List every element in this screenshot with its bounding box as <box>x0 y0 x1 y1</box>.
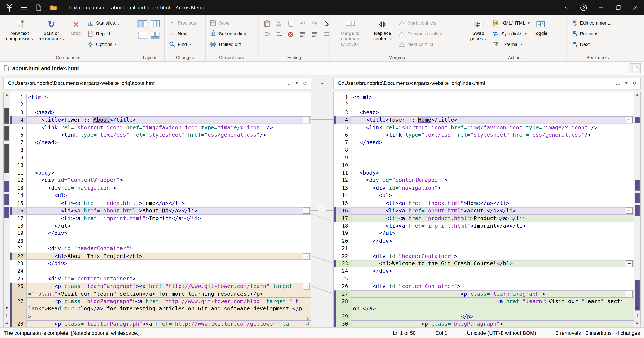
merge-common-ancestor-button[interactable]: Merge to common ancestor <box>332 17 368 48</box>
code-text[interactable] <box>27 146 302 154</box>
mark-conflicts-button[interactable]: Mark conflicts <box>397 18 444 28</box>
code-text[interactable]: </div> <box>351 268 625 275</box>
code-text[interactable]: <div id="contentWrapper"> <box>351 177 625 184</box>
code-text[interactable]: <p class="twitterParagraph"><a href="htt… <box>27 320 302 327</box>
code-text[interactable]: <div id="navigation"> <box>351 184 625 192</box>
undo-button[interactable]: ↶ <box>297 19 308 28</box>
right-change-map-scrollbar[interactable]: ▲ ▼ ⇓ ⇊ <box>634 92 640 327</box>
copy-button[interactable] <box>285 19 296 28</box>
code-text[interactable]: <li><a href="imprint.html">Imprint</a></… <box>27 214 302 222</box>
code-text[interactable]: <link rel="shortcut icon" href="img/favi… <box>27 124 302 131</box>
code-text[interactable] <box>27 101 302 109</box>
code-text[interactable]: <p class="learnParagraph"><a href="http:… <box>27 282 302 298</box>
new-text-comparison-button[interactable]: New text comparison ▾ <box>4 17 35 44</box>
merge-to-left-button[interactable]: ← <box>626 208 633 214</box>
code-text[interactable]: <div id="headerContainer"> <box>27 245 302 252</box>
code-text[interactable]: <title>Tower :: About</title> <box>27 116 302 124</box>
external-button[interactable]: External ▾ <box>490 40 530 49</box>
code-text[interactable]: </div> <box>27 260 302 268</box>
code-text[interactable]: <div id="contentWrapper"> <box>27 177 302 184</box>
code-text[interactable]: <html> <box>351 94 625 101</box>
code-text[interactable]: <link type="text/css" rel="stylesheet" h… <box>351 131 625 139</box>
find-button[interactable]: Find ▾ <box>167 40 198 49</box>
chevron-down-icon[interactable]: ▼ <box>622 81 630 85</box>
merge-to-right-button[interactable]: → <box>303 253 310 260</box>
more-options-icon[interactable]: … <box>614 80 622 86</box>
code-text[interactable]: <head> <box>351 109 625 116</box>
left-change-map-scrollbar[interactable]: ▲ ▼ ⇓ ⇊ <box>4 92 10 327</box>
comparison-tab-title[interactable]: about.html and index.html <box>12 65 79 71</box>
merge-to-right-button[interactable]: → <box>303 208 310 214</box>
code-text[interactable] <box>27 154 302 162</box>
code-text[interactable]: <li><a href="index.html">Home</a></li> <box>27 200 302 207</box>
code-text[interactable]: </div> <box>351 237 625 245</box>
left-file-path-field[interactable]: C:\Users\brunobrito\Documents\carparts-w… <box>3 78 311 90</box>
code-text[interactable]: <ul> <box>351 192 625 200</box>
code-text[interactable]: <div id="navigation"> <box>27 184 302 192</box>
next-bookmark-button[interactable]: Next <box>569 40 614 49</box>
change-options-button[interactable]: ⋯ <box>318 205 326 211</box>
code-text[interactable] <box>351 245 625 252</box>
last-change-icon[interactable]: ⇊ <box>4 320 10 326</box>
code-text[interactable]: <h1>Welcome to the Git Crash Course!</h1… <box>351 260 625 268</box>
code-text[interactable]: <div id="contentContainer"> <box>27 275 302 282</box>
previous-block-button[interactable] <box>262 30 272 39</box>
code-text[interactable]: <h1>About This Project</h1> <box>27 252 302 260</box>
code-text[interactable]: <div id="headerContainer"> <box>351 252 625 260</box>
close-button[interactable] <box>627 0 644 15</box>
code-text[interactable] <box>27 268 302 275</box>
unified-diff-button[interactable]: Unified diff <box>208 40 252 49</box>
next-block-button[interactable] <box>274 30 284 39</box>
code-text[interactable]: <title>Tower :: Home</title> <box>351 116 625 124</box>
code-text[interactable]: <html> <box>27 94 302 101</box>
layout-two-panes-button[interactable] <box>138 19 148 28</box>
previous-change-button[interactable]: Previous <box>167 18 198 28</box>
minimize-button[interactable] <box>592 0 610 15</box>
open-folder-button[interactable] <box>46 0 61 15</box>
app-menu-button[interactable] <box>16 0 31 15</box>
right-code-editor[interactable]: 1<html>23 <head>4 <title>Tower :: Home</… <box>334 92 634 327</box>
code-text[interactable]: <li><a href="index.html">Home</a></li> <box>351 200 625 207</box>
scroll-up-icon[interactable]: ▲ <box>4 93 10 96</box>
code-text[interactable]: <link type="text/css" rel="stylesheet" h… <box>27 131 302 139</box>
next-conflict-button[interactable]: Next conflict <box>397 40 444 49</box>
code-text[interactable]: <p class="blogParagraph"> <box>351 320 625 327</box>
code-text[interactable]: <body> <box>27 169 302 177</box>
layout-panes-bottom-button[interactable] <box>150 30 160 40</box>
merge-to-right-button[interactable]: → <box>303 117 310 124</box>
save-button[interactable]: Save <box>208 18 252 28</box>
scroll-up-icon[interactable]: ▲ <box>634 93 640 96</box>
options-button[interactable]: Options ▾ <box>85 40 120 49</box>
code-text[interactable]: <li><a href="about.html">About </a></li> <box>351 207 625 214</box>
code-text[interactable]: </head> <box>27 139 302 146</box>
left-pane-scroll-indicators[interactable]: ⇓⇊ <box>306 316 310 326</box>
code-text[interactable] <box>351 146 625 154</box>
xml-html-button[interactable]: XML XML/HTML ▾ <box>490 18 530 28</box>
code-text[interactable]: <p class="learnParagraph"> <box>351 290 625 298</box>
start-recompare-button[interactable]: ↻ Start or recompare ▾ <box>36 17 66 44</box>
code-text[interactable]: <body> <box>351 169 625 177</box>
next-change-button[interactable]: Next <box>167 29 198 38</box>
layout-two-rows-button[interactable] <box>138 30 148 40</box>
pane-layout-button[interactable] <box>630 63 641 73</box>
code-text[interactable]: <ul> <box>27 192 302 200</box>
next-change-below-icon[interactable]: ⇓ <box>634 312 640 318</box>
history-icon[interactable]: ↺ <box>301 80 309 86</box>
redo-button[interactable]: ↷ <box>309 19 320 28</box>
last-change-icon[interactable]: ⇊ <box>634 320 640 326</box>
error-marker-button[interactable] <box>285 30 296 39</box>
code-text[interactable] <box>351 101 625 109</box>
toggle-button[interactable]: Toggle <box>531 17 550 38</box>
edit-comment-button[interactable]: Edit comment... <box>569 18 614 28</box>
code-text[interactable] <box>351 162 625 169</box>
code-text[interactable]: </p> <box>351 313 625 320</box>
previous-bookmark-button[interactable]: Previous <box>569 29 614 38</box>
report-button[interactable]: Report... <box>85 29 120 38</box>
code-text[interactable]: </div> <box>27 230 302 237</box>
more-options-icon[interactable]: … <box>284 80 292 86</box>
next-change-below-icon[interactable]: ⇓ <box>4 312 10 318</box>
code-text[interactable]: </ul> <box>351 230 625 237</box>
show-all-lines-button[interactable] <box>297 30 308 39</box>
show-changed-lines-button[interactable] <box>309 30 320 39</box>
code-text[interactable]: <link rel="shortcut icon" href="img/favi… <box>351 124 625 131</box>
